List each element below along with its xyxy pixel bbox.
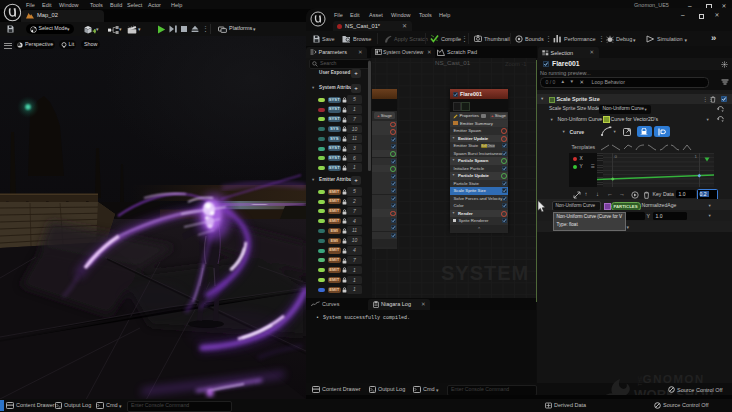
svg-text:GNOMON: GNOMON: [642, 374, 704, 386]
